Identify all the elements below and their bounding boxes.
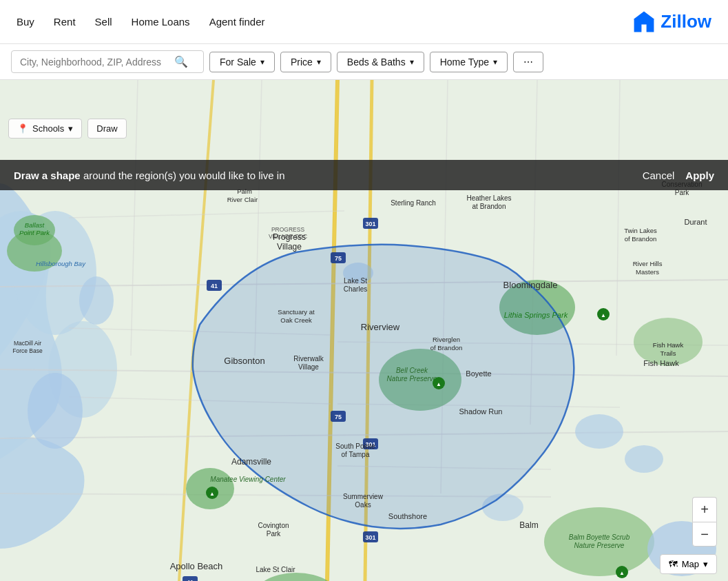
more-filter[interactable]: ⋯ (513, 52, 543, 72)
svg-text:Sanctuary at: Sanctuary at (278, 308, 315, 316)
svg-point-34 (79, 276, 114, 325)
svg-text:South Pointe: South Pointe (335, 442, 375, 450)
svg-text:75: 75 (335, 255, 342, 262)
map-type-chevron: ▾ (703, 559, 708, 569)
cancel-button[interactable]: Cancel (643, 170, 675, 181)
svg-text:▲: ▲ (601, 312, 606, 318)
header: Buy Rent Sell Home Loans Agent finder Zi… (0, 0, 728, 44)
svg-text:Gibsonton: Gibsonton (224, 356, 264, 366)
svg-text:Riverview: Riverview (361, 322, 400, 332)
svg-text:at Brandon: at Brandon (472, 203, 506, 210)
zoom-out-button[interactable]: − (692, 522, 717, 547)
svg-text:75: 75 (335, 414, 342, 420)
zillow-logo-text: Zillow (661, 11, 711, 32)
map-area: Draw a shape around the region(s) you wo… (0, 80, 728, 581)
svg-text:Shadow Run: Shadow Run (459, 407, 503, 416)
svg-text:Riverwalk: Riverwalk (293, 355, 324, 363)
svg-text:Oaks: Oaks (355, 501, 371, 509)
svg-text:River Hills: River Hills (633, 260, 663, 267)
schools-chevron-icon: ▾ (68, 123, 73, 134)
nav-agent-finder[interactable]: Agent finder (209, 16, 265, 28)
zoom-controls: + − (692, 497, 717, 547)
home-type-filter[interactable]: Home Type ▾ (430, 52, 508, 72)
home-type-chevron: ▾ (493, 57, 497, 67)
svg-text:Boyette: Boyette (466, 369, 491, 378)
for-sale-chevron: ▾ (260, 57, 264, 67)
price-filter[interactable]: Price ▾ (280, 52, 331, 72)
svg-text:▲: ▲ (619, 570, 625, 576)
svg-text:Nature Preserve: Nature Preserve (387, 375, 437, 383)
svg-text:Bloomingdale: Bloomingdale (503, 280, 558, 290)
map-icon: 🗺 (669, 559, 678, 569)
svg-text:Point Park: Point Park (19, 229, 50, 236)
svg-text:Riverglen: Riverglen (433, 336, 460, 343)
svg-text:Adamsville: Adamsville (231, 457, 271, 467)
svg-text:Trails: Trails (661, 349, 676, 357)
svg-text:Twin Lakes: Twin Lakes (624, 227, 657, 234)
svg-text:Bell Creek: Bell Creek (396, 367, 428, 374)
for-sale-filter[interactable]: For Sale ▾ (209, 52, 275, 72)
svg-text:Force Base: Force Base (12, 347, 43, 354)
svg-text:Lake St Clair: Lake St Clair (256, 566, 295, 573)
search-bar: 🔍 For Sale ▾ Price ▾ Beds & Baths ▾ Home… (0, 44, 728, 80)
for-sale-label: For Sale (220, 57, 256, 68)
map-type-label: Map (682, 559, 699, 569)
banner-rest: around the region(s) you would like to l… (81, 170, 285, 181)
svg-text:Balm Boyette Scrub: Balm Boyette Scrub (569, 533, 630, 541)
svg-text:Southshore: Southshore (388, 512, 427, 520)
more-label: ⋯ (523, 57, 533, 68)
schools-pin-icon: 📍 (17, 123, 28, 134)
svg-text:41: 41 (211, 283, 218, 289)
map-type-button[interactable]: 🗺 Map ▾ (660, 554, 717, 574)
svg-text:Ballast: Ballast (25, 221, 45, 229)
apply-button[interactable]: Apply (685, 170, 714, 181)
beds-baths-filter[interactable]: Beds & Baths ▾ (337, 52, 424, 72)
nav-home-loans[interactable]: Home Loans (132, 16, 190, 28)
price-chevron: ▾ (317, 57, 321, 67)
map-controls: 📍 Schools ▾ Draw (8, 119, 127, 139)
nav-buy[interactable]: Buy (17, 16, 34, 28)
svg-text:Manatee Viewing Center: Manatee Viewing Center (210, 476, 286, 483)
svg-text:Apollo Beach: Apollo Beach (170, 561, 223, 571)
schools-label: Schools (32, 123, 64, 134)
svg-point-33 (28, 373, 83, 449)
zillow-logo: Zillow (632, 10, 711, 34)
svg-text:Summerview: Summerview (343, 493, 384, 500)
svg-text:VILLAGE CDC: VILLAGE CDC (269, 233, 307, 240)
svg-text:Lithia Springs Park: Lithia Springs Park (504, 311, 568, 319)
draw-label: Draw (96, 123, 117, 134)
svg-text:Durant: Durant (684, 218, 707, 226)
svg-text:301: 301 (365, 221, 375, 227)
nav-rent[interactable]: Rent (54, 16, 76, 28)
banner-text: Draw a shape around the region(s) you wo… (14, 170, 285, 181)
draw-button[interactable]: Draw (87, 119, 126, 139)
svg-text:River Clair: River Clair (227, 196, 258, 203)
svg-text:Oak Creek: Oak Creek (280, 316, 312, 324)
svg-text:Hillsborough Bay: Hillsborough Bay (36, 260, 86, 267)
schools-button[interactable]: 📍 Schools ▾ (8, 119, 82, 139)
search-icon: 🔍 (174, 55, 188, 68)
svg-text:Masters: Masters (636, 268, 659, 276)
svg-text:Sterling Ranch: Sterling Ranch (391, 199, 436, 207)
svg-text:Village: Village (298, 363, 319, 371)
search-input-wrap[interactable]: 🔍 (11, 50, 204, 73)
beds-baths-label: Beds & Baths (347, 57, 406, 68)
svg-text:of Brandon: of Brandon (625, 235, 656, 243)
svg-text:Village: Village (277, 242, 302, 252)
svg-text:of Brandon: of Brandon (430, 344, 462, 351)
svg-text:Heather Lakes: Heather Lakes (466, 194, 511, 202)
svg-text:Balm: Balm (519, 520, 538, 530)
svg-text:Fish Hawk: Fish Hawk (643, 359, 679, 367)
svg-point-36 (625, 445, 663, 473)
svg-text:Park: Park (267, 530, 282, 538)
svg-text:MacDill Air: MacDill Air (14, 340, 41, 347)
price-label: Price (291, 57, 313, 68)
nav-sell[interactable]: Sell (95, 16, 112, 28)
map-canvas[interactable]: 75 75 301 301 301 41 41 Progress Village… (0, 80, 728, 581)
banner-actions: Cancel Apply (643, 170, 714, 181)
zoom-in-button[interactable]: + (692, 497, 717, 522)
svg-text:Covington: Covington (258, 522, 289, 529)
search-input[interactable] (20, 57, 171, 68)
svg-text:Fish Hawk: Fish Hawk (653, 341, 684, 349)
svg-text:Lake St: Lake St (344, 277, 367, 285)
